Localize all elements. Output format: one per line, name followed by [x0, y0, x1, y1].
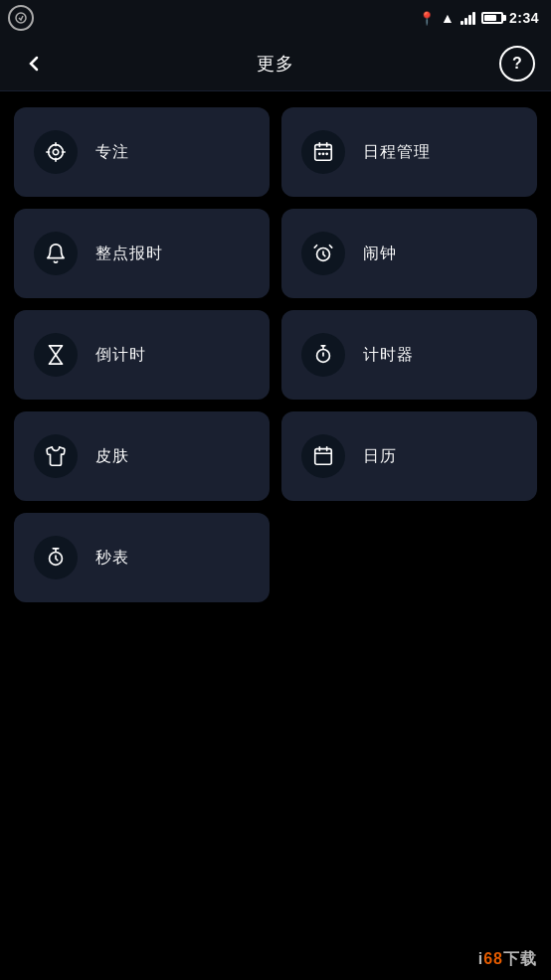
menu-item-calendar[interactable]: 日历 — [281, 411, 537, 501]
svg-point-1 — [49, 145, 64, 160]
help-button[interactable]: ? — [499, 46, 535, 82]
stopwatch-icon — [34, 536, 78, 579]
calendar-label: 日历 — [363, 446, 397, 467]
skin-icon — [34, 434, 78, 478]
status-bar: 📍 ▲ 2:34 — [0, 0, 551, 36]
menu-item-countdown[interactable]: 倒计时 — [14, 310, 270, 400]
battery-icon — [481, 12, 503, 24]
countdown-label: 倒计时 — [95, 345, 146, 366]
menu-item-timer[interactable]: 计时器 — [281, 310, 537, 400]
menu-item-schedule[interactable]: 日程管理 — [281, 107, 537, 197]
back-button[interactable] — [16, 46, 52, 82]
signal-icon — [460, 11, 475, 25]
alarm-label: 闹钟 — [363, 244, 397, 264]
svg-point-2 — [53, 149, 59, 155]
menu-item-hourly-chime[interactable]: 整点报时 — [14, 209, 270, 298]
schedule-icon — [301, 130, 345, 174]
status-bar-right: 📍 ▲ 2:34 — [419, 10, 539, 26]
status-time: 2:34 — [509, 10, 539, 26]
stopwatch-label: 秒表 — [95, 548, 129, 569]
page-title: 更多 — [257, 52, 294, 76]
watermark: i68下载 — [478, 949, 537, 970]
menu-grid: 专注 日程管理 整点报时 闹钟 倒计时 计时器 — [0, 91, 551, 618]
svg-line-15 — [314, 245, 316, 247]
skin-label: 皮肤 — [95, 446, 129, 467]
calendar-icon — [301, 434, 345, 478]
menu-item-stopwatch[interactable]: 秒表 — [14, 513, 270, 602]
svg-point-0 — [16, 13, 26, 23]
location-icon: 📍 — [419, 11, 435, 26]
svg-rect-20 — [315, 449, 332, 465]
status-bar-left — [8, 5, 34, 31]
menu-item-skin[interactable]: 皮肤 — [14, 411, 270, 501]
alarm-icon — [301, 232, 345, 275]
focus-icon — [34, 130, 78, 174]
menu-item-focus[interactable]: 专注 — [14, 107, 270, 197]
watermark-suffix: 下载 — [503, 950, 537, 967]
timer-label: 计时器 — [363, 345, 414, 366]
bell-icon — [34, 232, 78, 275]
hourglass-icon — [34, 333, 78, 377]
header: 更多 ? — [0, 36, 551, 91]
timer-icon — [301, 333, 345, 377]
app-icon — [8, 5, 34, 31]
menu-item-alarm[interactable]: 闹钟 — [281, 209, 537, 298]
svg-line-16 — [329, 245, 331, 247]
wifi-icon: ▲ — [441, 10, 455, 26]
hourly-chime-label: 整点报时 — [95, 244, 163, 264]
watermark-highlight: 68 — [483, 950, 503, 967]
focus-label: 专注 — [95, 142, 129, 163]
schedule-label: 日程管理 — [363, 142, 431, 163]
